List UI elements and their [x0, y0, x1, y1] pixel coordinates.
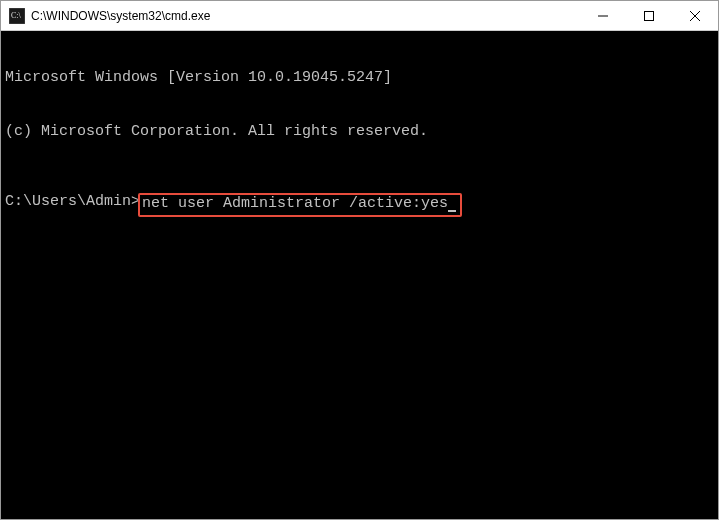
highlighted-command: net user Administrator /active:yes — [138, 193, 462, 217]
maximize-button[interactable] — [626, 1, 672, 30]
command-text: net user Administrator /active:yes — [142, 195, 448, 212]
window-controls — [580, 1, 718, 30]
svg-text:C:\: C:\ — [11, 11, 22, 20]
cursor — [448, 210, 456, 212]
banner-line-1: Microsoft Windows [Version 10.0.19045.52… — [5, 69, 714, 87]
window-title: C:\WINDOWS\system32\cmd.exe — [31, 9, 580, 23]
prompt-line: C:\Users\Admin>net user Administrator /a… — [5, 193, 714, 217]
cmd-icon: C:\ — [9, 8, 25, 24]
banner-line-2: (c) Microsoft Corporation. All rights re… — [5, 123, 714, 141]
prompt-path: C:\Users\Admin> — [5, 193, 140, 211]
close-button[interactable] — [672, 1, 718, 30]
svg-rect-3 — [645, 11, 654, 20]
minimize-button[interactable] — [580, 1, 626, 30]
title-bar[interactable]: C:\ C:\WINDOWS\system32\cmd.exe — [1, 1, 718, 31]
terminal-area[interactable]: Microsoft Windows [Version 10.0.19045.52… — [1, 31, 718, 519]
